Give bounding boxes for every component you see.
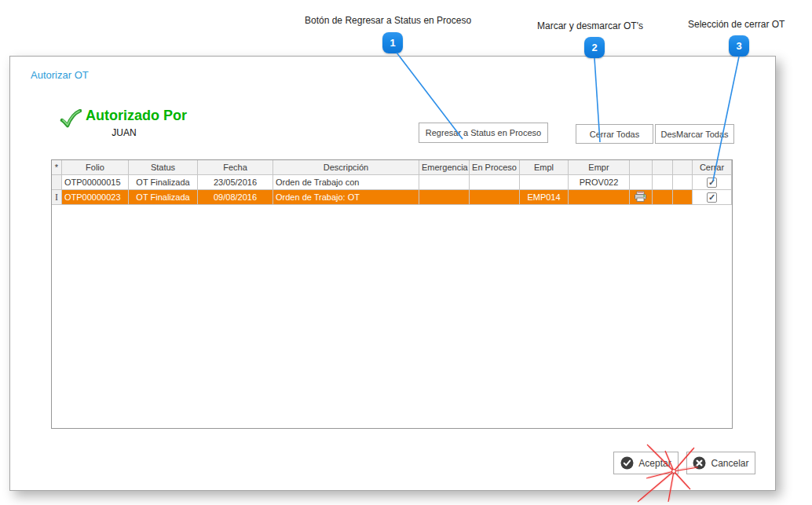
grid-header-row: * Folio Status Fecha Descripción Emergen… [52, 160, 732, 175]
row-selector[interactable]: I [52, 190, 62, 205]
cell-print[interactable] [630, 190, 653, 205]
col-header-selector[interactable]: * [52, 160, 62, 175]
col-header-extra-3[interactable] [673, 160, 693, 175]
desmarcar-todas-button[interactable]: DesMarcar Todas [655, 124, 734, 144]
cell-emergencia[interactable] [419, 190, 470, 205]
cell-empr[interactable] [569, 190, 630, 205]
regresar-status-button[interactable]: Regresar a Status en Proceso [419, 123, 548, 143]
col-header-status[interactable]: Status [129, 160, 198, 175]
cell-folio[interactable]: OTP00000023 [62, 190, 129, 205]
col-header-fecha[interactable]: Fecha [198, 160, 273, 175]
cell-emergencia[interactable] [419, 175, 470, 190]
table-row-1[interactable]: OTP00000015 OT Finalizada 23/05/2016 Ord… [52, 175, 732, 190]
printer-icon [634, 191, 648, 203]
callout-badge-1: 1 [382, 32, 403, 53]
cell-extra-3[interactable] [673, 190, 693, 205]
accept-check-icon [620, 456, 634, 470]
cell-descripcion[interactable]: Orden de Trabajo: OT [273, 190, 419, 205]
col-header-extra-1[interactable] [630, 160, 653, 175]
col-header-descripcion[interactable]: Descripción [273, 160, 419, 175]
cell-empl[interactable] [520, 175, 569, 190]
cell-cerrar[interactable] [693, 175, 732, 190]
cell-extra-3[interactable] [673, 175, 693, 190]
autorizar-ot-dialog: Autorizar OT Autorizado Por JUAN Regresa… [9, 56, 776, 491]
dialog-title: Autorizar OT [31, 69, 89, 81]
aceptar-label: Aceptar [638, 458, 671, 469]
col-header-cerrar[interactable]: Cerrar [693, 160, 732, 175]
cell-cerrar[interactable] [693, 190, 732, 205]
cell-en-proceso[interactable] [470, 190, 520, 205]
cell-empl[interactable]: EMP014 [520, 190, 569, 205]
screenshot-canvas: Botón de Regresar a Status en Proceso Ma… [0, 0, 812, 505]
col-header-empr[interactable]: Empr [569, 160, 630, 175]
aceptar-button[interactable]: Aceptar [613, 452, 678, 474]
cell-status[interactable]: OT Finalizada [129, 190, 198, 205]
cell-fecha[interactable]: 09/08/2016 [198, 190, 273, 205]
cell-en-proceso[interactable] [470, 175, 520, 190]
col-header-extra-2[interactable] [653, 160, 673, 175]
col-header-en-proceso[interactable]: En Proceso [470, 160, 520, 175]
col-header-folio[interactable]: Folio [62, 160, 129, 175]
cell-descripcion[interactable]: Orden de Trabajo con [273, 175, 419, 190]
cancelar-label: Cancelar [711, 458, 748, 469]
cell-extra-2[interactable] [653, 175, 673, 190]
annotation-label-seleccion: Selección de cerrar OT [688, 19, 785, 30]
annotation-label-regresar: Botón de Regresar a Status en Proceso [305, 15, 471, 26]
authorized-check-icon [60, 109, 82, 130]
callout-badge-2: 2 [584, 37, 605, 58]
cell-folio[interactable]: OTP00000015 [62, 175, 129, 190]
cell-extra-2[interactable] [653, 190, 673, 205]
authorized-by-heading: Autorizado Por [86, 108, 187, 124]
ot-grid: * Folio Status Fecha Descripción Emergen… [51, 159, 733, 429]
row-selector[interactable] [52, 175, 62, 190]
authorized-user-name: JUAN [89, 127, 159, 138]
cell-status[interactable]: OT Finalizada [129, 175, 198, 190]
cerrar-todas-button[interactable]: Cerrar Todas [576, 124, 653, 144]
cancel-x-icon [693, 456, 706, 470]
cell-fecha[interactable]: 23/05/2016 [198, 175, 273, 190]
cerrar-checkbox-row-2[interactable] [707, 192, 717, 203]
col-header-empl[interactable]: Empl [520, 160, 569, 175]
callout-badge-3: 3 [729, 35, 749, 57]
cell-extra-1[interactable] [630, 175, 653, 190]
cancelar-button[interactable]: Cancelar [686, 452, 755, 474]
table-row-2[interactable]: I OTP00000023 OT Finalizada 09/08/2016 O… [52, 190, 732, 205]
annotation-label-marcar: Marcar y desmarcar OT's [537, 20, 643, 31]
cell-empr[interactable]: PROV022 [569, 175, 630, 190]
cerrar-checkbox-row-1[interactable] [707, 177, 717, 188]
col-header-emergencia[interactable]: Emergencia [419, 160, 470, 175]
